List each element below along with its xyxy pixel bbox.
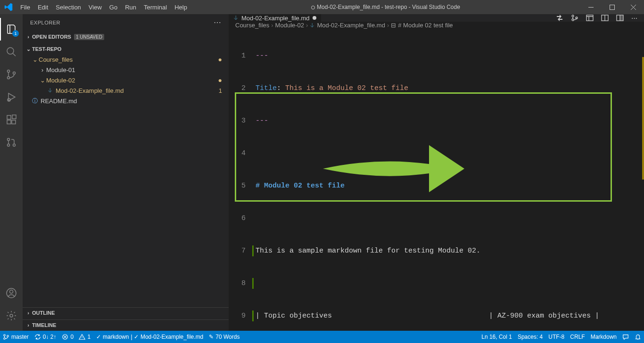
svg-point-16 bbox=[572, 15, 574, 17]
info-file-icon: ⓘ bbox=[31, 97, 39, 105]
svg-rect-22 bbox=[620, 16, 623, 20]
window-minimize-icon[interactable] bbox=[580, 0, 602, 14]
svg-point-17 bbox=[572, 19, 574, 21]
svg-point-25 bbox=[7, 335, 9, 337]
timeline-header[interactable]: ›TIMELINE bbox=[23, 319, 229, 330]
explorer-badge: 1 bbox=[12, 30, 19, 37]
markdown-file-icon: 🡣 bbox=[233, 15, 239, 21]
folder-course-files[interactable]: ⌄Course_files● bbox=[23, 54, 229, 65]
folder-module-01[interactable]: ›Module-01 bbox=[23, 65, 229, 75]
svg-rect-9 bbox=[12, 115, 16, 119]
sidebar-explorer: EXPLORER ⋯ ›OPEN EDITORS1 UNSAVED ⌄TEST-… bbox=[23, 14, 229, 331]
status-problems[interactable]: 0 1 bbox=[59, 334, 93, 340]
markdown-file-icon: 🡣 bbox=[310, 23, 315, 28]
split-editor-v-icon[interactable] bbox=[601, 14, 609, 22]
activity-explorer-icon[interactable]: 1 bbox=[0, 18, 23, 41]
titlebar: File Edit Selection View Go Run Terminal… bbox=[0, 0, 644, 14]
svg-point-4 bbox=[13, 72, 16, 74]
svg-point-23 bbox=[4, 335, 6, 336]
activity-run-icon[interactable] bbox=[0, 86, 23, 108]
status-sync[interactable]: 0↓ 2↑ bbox=[32, 334, 59, 340]
menu-selection[interactable]: Selection bbox=[52, 4, 84, 11]
minimap-warning-marker bbox=[642, 57, 644, 180]
svg-rect-6 bbox=[7, 115, 11, 119]
svg-point-12 bbox=[13, 144, 16, 147]
markdown-file-icon: 🡣 bbox=[46, 87, 54, 94]
symbol-icon: ⊟ bbox=[391, 22, 396, 29]
editor-more-icon[interactable]: ⋯ bbox=[631, 15, 637, 22]
vscode-logo-icon bbox=[0, 3, 17, 11]
status-branch[interactable]: master bbox=[0, 334, 32, 340]
split-editor-icon[interactable] bbox=[616, 14, 624, 22]
unsaved-badge: 1 UNSAVED bbox=[74, 34, 104, 40]
svg-rect-0 bbox=[610, 5, 615, 9]
activity-source-control-icon[interactable] bbox=[0, 63, 23, 86]
svg-point-3 bbox=[8, 77, 10, 79]
svg-rect-19 bbox=[586, 15, 593, 21]
svg-point-14 bbox=[10, 290, 13, 294]
breadcrumb[interactable]: Course_files› Module-02› 🡣Mod-02-Example… bbox=[229, 22, 644, 29]
compare-icon[interactable] bbox=[556, 14, 563, 22]
activity-bar: 1 bbox=[0, 14, 23, 331]
menu-go[interactable]: Go bbox=[106, 4, 121, 11]
svg-point-11 bbox=[8, 144, 10, 147]
open-editors-header[interactable]: ›OPEN EDITORS1 UNSAVED bbox=[23, 32, 229, 42]
svg-rect-7 bbox=[7, 120, 11, 124]
svg-point-24 bbox=[4, 338, 6, 340]
editor-actions: ⋯ bbox=[556, 14, 644, 22]
menu-view[interactable]: View bbox=[85, 4, 106, 11]
menu-help[interactable]: Help bbox=[171, 4, 191, 11]
svg-point-10 bbox=[8, 139, 10, 141]
code-editor[interactable]: 1--- 2Title: This is a Module 02 test fi… bbox=[229, 29, 644, 343]
file-mod-02-example[interactable]: 🡣Mod-02-Example_file.md1 bbox=[23, 85, 229, 96]
preview-icon[interactable] bbox=[586, 14, 594, 22]
svg-point-15 bbox=[10, 314, 13, 317]
menu-run[interactable]: Run bbox=[121, 4, 140, 11]
open-changes-icon[interactable] bbox=[571, 14, 578, 22]
modified-dot-icon bbox=[313, 16, 316, 20]
svg-point-1 bbox=[7, 48, 14, 54]
tab-label: Mod-02-Example_file.md bbox=[241, 15, 310, 22]
tab-bar: 🡣 Mod-02-Example_file.md ⋯ bbox=[229, 14, 644, 22]
repo-header[interactable]: ⌄TEST-REPO bbox=[23, 44, 229, 54]
window-close-icon[interactable] bbox=[623, 0, 644, 14]
outline-header[interactable]: ›OUTLINE bbox=[23, 307, 229, 318]
activity-extensions-icon[interactable] bbox=[0, 108, 23, 131]
menu-terminal[interactable]: Terminal bbox=[140, 4, 171, 11]
file-readme[interactable]: ⓘREADME.md bbox=[23, 96, 229, 106]
folder-module-02[interactable]: ⌄Module-02● bbox=[23, 75, 229, 85]
svg-rect-8 bbox=[12, 120, 16, 124]
activity-settings-icon[interactable] bbox=[0, 304, 23, 327]
window-title: Mod-02-Example_file.md - test-repo - Vis… bbox=[191, 4, 580, 10]
activity-accounts-icon[interactable] bbox=[0, 282, 23, 304]
menu-edit[interactable]: Edit bbox=[34, 4, 52, 11]
window-maximize-icon[interactable] bbox=[602, 0, 623, 14]
tab-mod-02-example[interactable]: 🡣 Mod-02-Example_file.md bbox=[229, 14, 322, 22]
activity-search-icon[interactable] bbox=[0, 41, 23, 63]
menu-file[interactable]: File bbox=[17, 4, 34, 11]
editor-area: 🡣 Mod-02-Example_file.md ⋯ Course_files›… bbox=[229, 14, 644, 331]
sidebar-more-icon[interactable]: ⋯ bbox=[214, 18, 222, 27]
menu-bar: File Edit Selection View Go Run Terminal… bbox=[17, 4, 191, 11]
status-lint[interactable]: ✓ markdown | ✓ Mod-02-Example_file.md bbox=[93, 334, 206, 340]
activity-pull-request-icon[interactable] bbox=[0, 131, 23, 154]
sidebar-title: EXPLORER ⋯ bbox=[23, 14, 229, 31]
svg-point-2 bbox=[8, 70, 10, 73]
